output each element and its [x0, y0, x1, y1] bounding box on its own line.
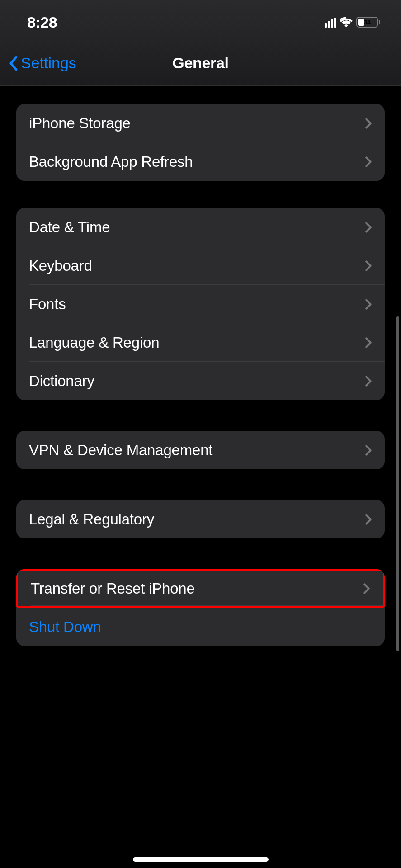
page-title: General [172, 54, 229, 72]
chevron-right-icon [365, 156, 372, 168]
row-dictionary[interactable]: Dictionary [16, 362, 385, 400]
scroll-indicator[interactable] [396, 316, 399, 651]
navigation-bar: Settings General [0, 41, 401, 86]
battery-percent: 34 [357, 19, 377, 26]
row-transfer-or-reset[interactable]: Transfer or Reset iPhone [16, 569, 385, 608]
row-date-time[interactable]: Date & Time [16, 208, 385, 246]
row-label: VPN & Device Management [29, 442, 212, 459]
cellular-signal-icon [325, 17, 336, 28]
row-keyboard[interactable]: Keyboard [16, 246, 385, 285]
status-time: 8:28 [27, 14, 57, 31]
row-fonts[interactable]: Fonts [16, 285, 385, 323]
chevron-right-icon [365, 444, 372, 456]
row-label: Background App Refresh [29, 153, 193, 170]
row-label: Date & Time [29, 219, 110, 236]
home-indicator[interactable] [133, 857, 269, 862]
row-shut-down[interactable]: Shut Down [16, 608, 385, 646]
settings-content: iPhone Storage Background App Refresh Da… [0, 86, 401, 646]
back-button[interactable]: Settings [0, 54, 76, 72]
settings-group-legal: Legal & Regulatory [16, 500, 385, 538]
row-background-app-refresh[interactable]: Background App Refresh [16, 142, 385, 181]
row-legal-regulatory[interactable]: Legal & Regulatory [16, 500, 385, 538]
status-indicators: 34 [325, 17, 380, 28]
chevron-right-icon [363, 583, 370, 594]
chevron-left-icon [8, 56, 18, 71]
battery-icon: 34 [356, 17, 380, 28]
wifi-icon [340, 17, 353, 27]
settings-group-vpn: VPN & Device Management [16, 431, 385, 469]
row-label: Fonts [29, 296, 66, 313]
row-label: Transfer or Reset iPhone [31, 580, 195, 597]
row-language-region[interactable]: Language & Region [16, 323, 385, 362]
row-iphone-storage[interactable]: iPhone Storage [16, 104, 385, 142]
chevron-right-icon [365, 118, 372, 129]
chevron-right-icon [365, 375, 372, 387]
chevron-right-icon [365, 260, 372, 272]
row-label: Language & Region [29, 334, 159, 351]
row-vpn-device-management[interactable]: VPN & Device Management [16, 431, 385, 469]
back-label: Settings [21, 54, 76, 72]
chevron-right-icon [365, 222, 372, 233]
settings-group-storage: iPhone Storage Background App Refresh [16, 104, 385, 181]
settings-group-reset: Transfer or Reset iPhone Shut Down [16, 569, 385, 646]
row-label: Legal & Regulatory [29, 511, 154, 528]
row-label: iPhone Storage [29, 115, 131, 132]
row-label: Dictionary [29, 373, 94, 390]
status-bar: 8:28 34 [0, 0, 401, 41]
row-label: Keyboard [29, 257, 92, 274]
chevron-right-icon [365, 514, 372, 525]
chevron-right-icon [365, 298, 372, 310]
chevron-right-icon [365, 337, 372, 349]
row-label: Shut Down [29, 618, 101, 636]
settings-group-system: Date & Time Keyboard Fonts Language & Re… [16, 208, 385, 400]
